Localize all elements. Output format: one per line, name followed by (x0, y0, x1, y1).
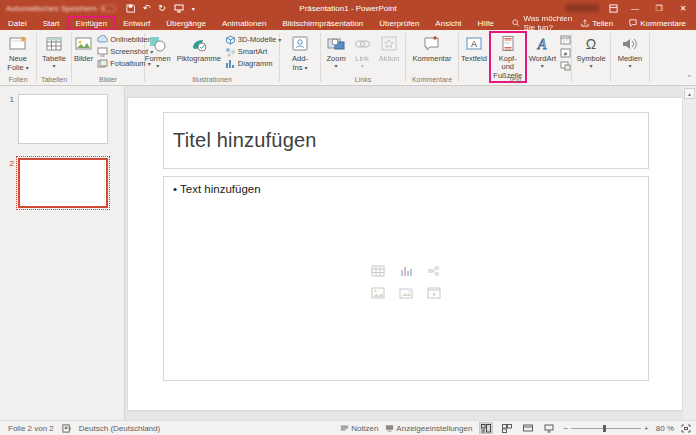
redo-icon[interactable]: ↻ (158, 3, 166, 13)
zoom-out-button[interactable]: − (563, 424, 568, 433)
media-button[interactable]: Medien ▾ (616, 33, 645, 70)
reading-view-button[interactable] (521, 422, 535, 434)
textbox-icon: A (465, 34, 483, 54)
action-icon (380, 34, 399, 54)
body-placeholder-text: Text hinzufügen (180, 183, 261, 195)
tab-ueberpruefen[interactable]: Überprüfen (371, 17, 427, 30)
group-addins: Add- Ins ▾ (280, 30, 320, 85)
toggle-off-icon (100, 5, 116, 12)
icons-button[interactable]: Piktogramme (175, 33, 223, 64)
tab-hilfe[interactable]: Hilfe (470, 17, 502, 30)
group-text: A Textfeld Kopf- und Fußzeile A WordArt … (459, 30, 571, 85)
slide-sorter-view-button[interactable] (500, 422, 514, 434)
date-time-icon[interactable] (560, 35, 571, 45)
new-comment-icon (422, 34, 442, 54)
link-button[interactable]: Link ▾ (351, 33, 374, 70)
user-account[interactable] (565, 4, 599, 12)
table-button[interactable]: Tabelle ▾ (40, 33, 68, 70)
tab-bildschirmpraesentation[interactable]: Bildschirmpräsentation (274, 17, 371, 30)
insert-table-icon[interactable] (371, 265, 385, 277)
icons-icon (189, 34, 208, 54)
pictures-button[interactable]: Bilder (72, 33, 95, 64)
symbols-button[interactable]: Ω Symbole ▾ (574, 33, 607, 70)
smartart-button[interactable]: SmartArt (225, 47, 281, 57)
group-label-tabellen: Tabellen (37, 76, 71, 83)
notes-toggle[interactable]: Notizen (340, 424, 378, 433)
notes-icon (340, 424, 349, 432)
zoom-in-button[interactable]: + (644, 424, 649, 433)
addins-button[interactable]: Add- Ins ▾ (289, 33, 311, 73)
wordart-button[interactable]: A WordArt ▾ (527, 33, 558, 70)
tab-start[interactable]: Start (35, 17, 68, 30)
comments-button[interactable]: Kommentare (623, 17, 692, 30)
link-icon (353, 34, 372, 54)
group-folien: Neue Folie ▾ Folien (0, 30, 36, 85)
group-kommentare: Kommentar Kommentare (406, 30, 458, 85)
autosave-toggle[interactable]: Automatisches Speichern (6, 4, 116, 13)
tab-datei[interactable]: Datei (0, 17, 35, 30)
zoom-slider-thumb[interactable] (603, 425, 606, 432)
insert-video-icon[interactable] (427, 287, 441, 299)
slide-2-row: 2 (0, 158, 124, 208)
minimize-button[interactable]: — (628, 4, 642, 13)
comment-icon (629, 19, 637, 27)
group-links: Zoom ▾ Link ▾ Aktion Links (321, 30, 405, 85)
accessibility-icon[interactable] (62, 424, 71, 433)
slide-2-thumbnail[interactable] (18, 158, 108, 208)
insert-chart-icon[interactable] (399, 265, 413, 277)
tab-entwurf[interactable]: Entwurf (115, 17, 158, 30)
save-icon[interactable] (126, 4, 135, 13)
scrollbar-button[interactable]: ▴ (684, 88, 695, 99)
undo-icon[interactable]: ↶ (143, 3, 151, 13)
normal-view-button[interactable] (479, 422, 493, 434)
slide-number-icon[interactable]: # (560, 48, 571, 58)
collapse-ribbon-icon[interactable]: ⌃ (686, 74, 692, 82)
workspace: 1 2 Titel hinzufügen • Text hinzufügen (0, 86, 696, 420)
slide-editing-area: Titel hinzufügen • Text hinzufügen (125, 86, 696, 420)
ribbon-display-options-icon[interactable] (609, 4, 618, 13)
group-label-links: Links (321, 76, 405, 83)
tab-uebergaenge[interactable]: Übergänge (158, 17, 214, 30)
chart-button[interactable]: Diagramm (225, 59, 281, 69)
action-button[interactable]: Aktion (377, 33, 402, 64)
textbox-button[interactable]: A Textfeld (459, 33, 489, 64)
slide-1-thumbnail[interactable] (18, 94, 108, 144)
zoom-percentage[interactable]: 80 % (656, 424, 674, 433)
display-settings-button[interactable]: Anzeigeeinstellungen (385, 424, 472, 433)
speaker-icon (621, 34, 639, 54)
shapes-button[interactable]: Formen ▾ (143, 33, 173, 70)
qat-customize-icon[interactable]: ▾ (192, 5, 195, 12)
group-label-illustrationen: Illustrationen (145, 76, 279, 83)
zoom-button[interactable]: Zoom ▾ (324, 33, 347, 70)
restore-button[interactable]: ❐ (652, 4, 666, 13)
3d-models-button[interactable]: 3D-Modelle ▾ (225, 35, 281, 45)
title-placeholder[interactable]: Titel hinzufügen (163, 112, 649, 169)
vertical-scrollbar[interactable]: ▴ (683, 86, 696, 420)
insert-smartart-icon[interactable] (427, 265, 441, 277)
quick-access-toolbar: ↶ ↻ ▾ (126, 3, 195, 13)
tab-ansicht[interactable]: Ansicht (427, 17, 469, 30)
object-icon[interactable] (560, 61, 571, 71)
new-comment-button[interactable]: Kommentar (411, 33, 454, 64)
insert-online-picture-icon[interactable] (399, 287, 413, 299)
group-label-kommentare: Kommentare (406, 76, 458, 83)
language-status[interactable]: Deutsch (Deutschland) (79, 424, 160, 433)
title-placeholder-text: Titel hinzufügen (173, 129, 317, 152)
tab-animationen[interactable]: Animationen (214, 17, 274, 30)
tab-einfuegen[interactable]: Einfügen (68, 17, 116, 30)
slide-canvas[interactable]: Titel hinzufügen • Text hinzufügen (128, 98, 682, 410)
slideshow-view-button[interactable] (542, 422, 556, 434)
content-placeholder[interactable]: • Text hinzufügen (163, 176, 649, 381)
header-footer-icon (500, 34, 516, 54)
new-slide-button[interactable]: Neue Folie ▾ (5, 33, 30, 73)
omega-icon: Ω (586, 34, 596, 54)
insert-picture-icon[interactable] (371, 287, 385, 299)
header-footer-button[interactable]: Kopf- und Fußzeile (491, 33, 525, 81)
share-button[interactable]: Teilen (575, 17, 619, 30)
fit-to-window-icon[interactable] (681, 424, 691, 433)
zoom-slider-track[interactable] (571, 428, 641, 429)
tabrow-right: Teilen Kommentare (575, 17, 692, 30)
start-presentation-icon[interactable] (174, 4, 184, 13)
close-button[interactable]: ✕ (676, 4, 690, 13)
powerpoint-window: Automatisches Speichern ↶ ↻ ▾ Präsentati… (0, 0, 696, 435)
